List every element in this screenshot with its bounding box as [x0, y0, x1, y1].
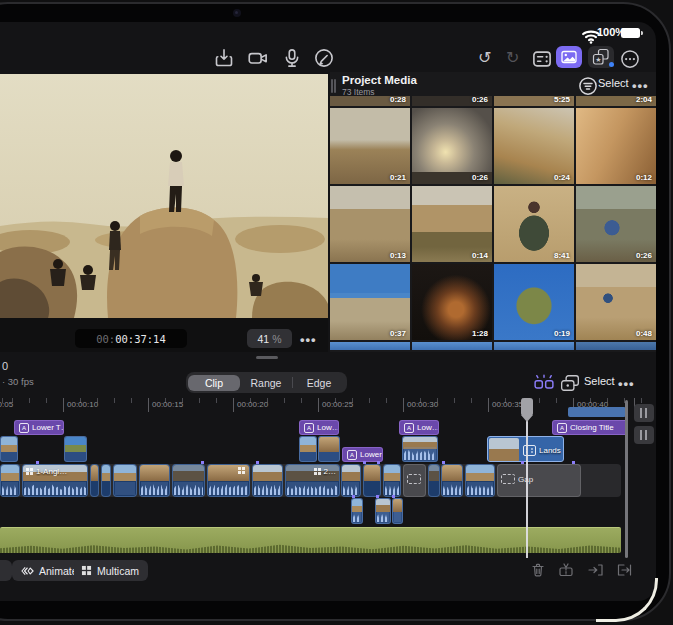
media-thumbnail[interactable]: [330, 342, 410, 350]
effects-library-button[interactable]: ★: [588, 46, 614, 68]
viewer-zoom-level[interactable]: 41 %: [247, 329, 292, 348]
clip-duration: 0:21: [390, 173, 406, 182]
title-clip[interactable]: A Closing Title: [552, 420, 628, 435]
connected-clip[interactable]: [64, 436, 87, 462]
media-thumbnail[interactable]: 0:24: [494, 108, 574, 184]
media-thumbnail[interactable]: 1:28: [412, 264, 492, 340]
timeline-clip[interactable]: [441, 464, 463, 497]
multicam-button[interactable]: Multicam: [74, 560, 148, 581]
timeline-clip[interactable]: [363, 464, 381, 497]
connected-clip[interactable]: [375, 498, 391, 524]
connected-clip[interactable]: [402, 436, 438, 462]
timeline-clip-multicam[interactable]: [207, 464, 250, 497]
media-thumbnail[interactable]: 0:37: [330, 264, 410, 340]
gap-clip[interactable]: G: [403, 464, 426, 497]
timeline-more-icon[interactable]: •••: [618, 376, 635, 391]
media-thumbnail[interactable]: 0:26: [412, 96, 492, 106]
media-browser-button[interactable]: [556, 46, 582, 68]
mode-edge[interactable]: Edge: [293, 375, 345, 391]
media-thumbnail[interactable]: 0:14: [412, 186, 492, 262]
track-height-button[interactable]: [634, 426, 654, 444]
timeline-clip[interactable]: [90, 464, 99, 497]
media-thumbnail[interactable]: 5:25: [494, 96, 574, 106]
media-thumbnail[interactable]: [412, 342, 492, 350]
redo-icon[interactable]: ↻: [506, 50, 519, 66]
delete-icon[interactable]: [530, 562, 546, 578]
record-camera-icon[interactable]: [248, 48, 268, 68]
microphone-icon[interactable]: [282, 48, 302, 68]
insert-clip-icon[interactable]: [588, 562, 604, 578]
split-clip-icon[interactable]: [558, 562, 574, 578]
timecode-display[interactable]: 00:00:37:14: [75, 329, 187, 348]
timeline-clip[interactable]: [101, 464, 111, 497]
connected-clip[interactable]: [299, 436, 317, 462]
timeline-clip[interactable]: [341, 464, 361, 497]
connect-clip-icon[interactable]: [534, 373, 554, 393]
connected-clip[interactable]: [318, 436, 340, 462]
media-thumbnail[interactable]: 0:13: [330, 186, 410, 262]
undo-icon[interactable]: ↺: [478, 50, 491, 66]
media-thumbnail[interactable]: 0:28: [330, 96, 410, 106]
inspector-icon[interactable]: [532, 49, 552, 69]
connection-dot: [363, 461, 366, 464]
clip-duration: 8:41: [554, 251, 570, 260]
ruler-label: 00:00:05: [0, 400, 13, 409]
audio-track[interactable]: [0, 527, 621, 553]
overwrite-clip-icon[interactable]: [616, 562, 632, 578]
timeline-clip-multicam[interactable]: 2…: [285, 464, 340, 497]
pencil-tool-icon[interactable]: [314, 48, 334, 68]
title-clip[interactable]: A Low…: [399, 420, 439, 435]
title-clip[interactable]: A Lower…: [342, 447, 383, 462]
ruler-label: 00:00:15: [152, 400, 183, 409]
gap-clip[interactable]: Gap: [497, 464, 581, 497]
panel-grab-handle[interactable]: [331, 79, 333, 93]
media-thumbnail[interactable]: 0:48: [576, 264, 656, 340]
timeline-clip[interactable]: [428, 464, 440, 497]
multicam-label: Multicam: [97, 565, 139, 577]
media-thumbnail[interactable]: [576, 342, 656, 350]
connection-dot: [256, 461, 259, 464]
timeline-clip[interactable]: [465, 464, 495, 497]
viewer-more-icon[interactable]: •••: [300, 332, 317, 347]
media-thumbnail[interactable]: 0:12: [576, 108, 656, 184]
timeline-clip[interactable]: [0, 464, 20, 497]
media-thumbnail[interactable]: 8:41: [494, 186, 574, 262]
timeline-select-button[interactable]: Select: [584, 375, 615, 387]
viewer-video-frame[interactable]: [0, 74, 328, 318]
timeline-ruler[interactable]: 00:00:05 00:00:10 00:00:15 00:00:20 00:0…: [0, 396, 656, 418]
media-more-icon[interactable]: •••: [632, 78, 649, 93]
track-height-button[interactable]: [634, 404, 654, 422]
media-thumbnail[interactable]: 0:19: [494, 264, 574, 340]
connected-clip-bar[interactable]: [568, 407, 626, 417]
media-thumbnail[interactable]: 2:04: [576, 96, 656, 106]
panel-resize-handle[interactable]: [256, 356, 278, 359]
timeline-vertical-scrollbar[interactable]: [625, 400, 628, 558]
media-select-button[interactable]: Select: [598, 77, 629, 89]
timeline-clip[interactable]: [252, 464, 283, 497]
media-thumbnail[interactable]: 0:26: [576, 186, 656, 262]
notification-dot: [609, 62, 614, 67]
mode-clip[interactable]: Clip: [188, 375, 240, 391]
media-thumbnail[interactable]: [494, 342, 574, 350]
connected-clip[interactable]: [0, 436, 18, 462]
filter-icon[interactable]: [578, 76, 598, 96]
media-thumbnail[interactable]: 0:26: [412, 108, 492, 184]
panel-grab-handle[interactable]: [334, 79, 336, 93]
clip-duration: 0:26: [472, 173, 488, 182]
media-thumbnail[interactable]: 0:21: [330, 108, 410, 184]
timeline-clip[interactable]: [172, 464, 205, 497]
connected-clip[interactable]: [351, 498, 363, 524]
timeline-clip[interactable]: [139, 464, 170, 497]
overwrite-mode-icon[interactable]: [560, 373, 580, 393]
more-options-icon[interactable]: [620, 49, 640, 69]
timeline-clip[interactable]: [383, 464, 401, 497]
timeline-clip-multicam[interactable]: 1-Angl…: [22, 464, 88, 497]
title-clip[interactable]: A Lower T…: [14, 420, 64, 435]
mode-range[interactable]: Range: [240, 375, 292, 391]
import-icon[interactable]: [214, 48, 234, 68]
playhead-handle[interactable]: [521, 398, 533, 416]
title-clip[interactable]: A Low…: [299, 420, 339, 435]
timeline-clip[interactable]: [113, 464, 137, 497]
edge-button-partial[interactable]: [0, 560, 12, 581]
connected-clip[interactable]: [392, 498, 403, 524]
